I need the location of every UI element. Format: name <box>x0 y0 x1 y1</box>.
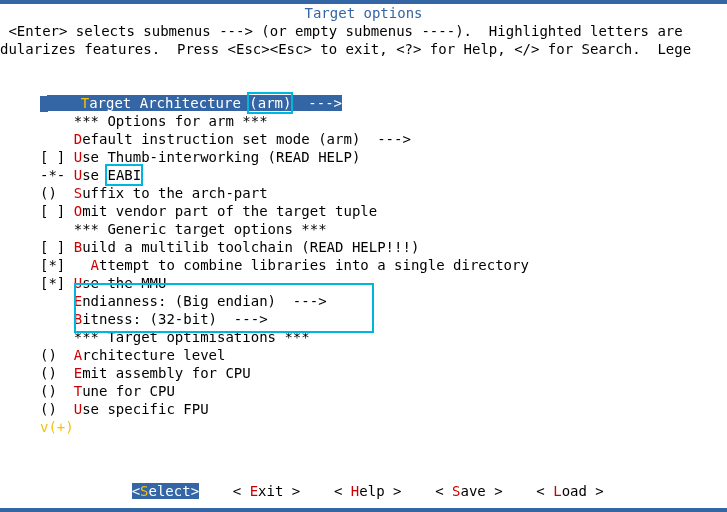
hotkey: T <box>74 383 82 399</box>
hotkey: U <box>74 149 82 165</box>
hotkey: U <box>74 401 82 417</box>
help-button[interactable]: < Help > <box>334 483 410 499</box>
hotkey: D <box>74 131 82 147</box>
item-content: Target Architecture (arm) ---> <box>47 95 342 111</box>
item-prefix: [ ] <box>40 149 74 165</box>
menu-item[interactable]: () Use specific FPU <box>40 400 727 418</box>
item-content: Attempt to combine libraries into a sing… <box>91 257 529 273</box>
item-prefix <box>40 311 74 327</box>
save-button[interactable]: < Save > <box>435 483 511 499</box>
item-prefix <box>40 221 74 237</box>
item-text: mit assembly for CPU <box>82 365 251 381</box>
item-text: efault instruction set mode (arm) ---> <box>82 131 411 147</box>
menu-item[interactable]: *** Generic target options *** <box>40 220 727 238</box>
menu-item[interactable]: Default instruction set mode (arm) ---> <box>40 130 727 148</box>
more-indicator: v(+) <box>0 418 727 436</box>
exit-button[interactable]: < Exit > <box>233 483 309 499</box>
item-content: Use specific FPU <box>74 401 209 417</box>
item-prefix <box>40 113 74 129</box>
menu-item[interactable]: [*] Attempt to combine libraries into a … <box>40 256 727 274</box>
menu-item[interactable]: [ ] Omit vendor part of the target tuple <box>40 202 727 220</box>
item-prefix: () <box>40 365 74 381</box>
item-text: *** Target optimisations *** <box>74 329 310 345</box>
item-prefix: [ ] <box>40 203 74 219</box>
item-content: Architecture level <box>74 347 226 363</box>
menu-item[interactable]: -*- Use EABI <box>40 166 727 184</box>
help-line-1: <Enter> selects submenus ---> (or empty … <box>0 22 727 40</box>
menu-item[interactable]: *** Target optimisations *** <box>40 328 727 346</box>
menu-item[interactable]: [ ] Build a multilib toolchain (READ HEL… <box>40 238 727 256</box>
item-prefix: [*] <box>40 275 74 291</box>
item-prefix: [*] <box>40 257 91 273</box>
item-text: se specific FPU <box>82 401 208 417</box>
hotkey: A <box>74 347 82 363</box>
item-text: itness: (32-bit) ---> <box>82 311 267 327</box>
menu-item[interactable]: () Emit assembly for CPU <box>40 364 727 382</box>
select-button[interactable]: <Select> <box>132 483 199 499</box>
item-text: se <box>82 167 107 183</box>
item-content: Endianness: (Big endian) ---> <box>74 293 327 309</box>
item-text: se the MMU <box>82 275 166 291</box>
item-content: Suffix to the arch-part <box>74 185 268 201</box>
hotkey: U <box>74 275 82 291</box>
item-text: se Thumb-interworking (READ HELP) <box>82 149 360 165</box>
item-prefix: [ ] <box>40 239 74 255</box>
hotkey: S <box>74 185 82 201</box>
menu-item[interactable]: Bitness: (32-bit) ---> <box>40 310 727 328</box>
item-prefix <box>47 95 81 111</box>
item-content: *** Target optimisations *** <box>74 329 310 345</box>
item-text: uffix to the arch-part <box>82 185 267 201</box>
item-content: Use Thumb-interworking (READ HELP) <box>74 149 361 165</box>
item-content: Omit vendor part of the target tuple <box>74 203 377 219</box>
item-prefix <box>40 293 74 309</box>
bottom-bar <box>0 508 727 512</box>
help-line-2: dularizes features. Press <Esc><Esc> to … <box>0 40 727 58</box>
item-text: une for CPU <box>82 383 175 399</box>
item-text: rchitecture level <box>82 347 225 363</box>
hotkey: U <box>74 167 82 183</box>
item-content: Use the MMU <box>74 275 167 291</box>
page-title: Target options <box>0 4 727 22</box>
item-content: Default instruction set mode (arm) ---> <box>74 131 411 147</box>
item-value: (arm) <box>249 95 291 111</box>
hotkey: O <box>74 203 82 219</box>
hotkey: E <box>74 365 82 381</box>
hotkey: A <box>91 257 99 273</box>
item-value: EABI <box>107 167 141 183</box>
hotkey: B <box>74 239 82 255</box>
highlight-box: EABI <box>105 164 143 186</box>
menu-item[interactable]: () Suffix to the arch-part <box>40 184 727 202</box>
item-text: *** Generic target options *** <box>74 221 327 237</box>
menu-item[interactable]: Endianness: (Big endian) ---> <box>40 292 727 310</box>
item-text: uild a multilib toolchain (READ HELP!!!) <box>82 239 419 255</box>
item-text: ttempt to combine libraries into a singl… <box>99 257 529 273</box>
item-text: *** Options for arm *** <box>74 113 268 129</box>
item-prefix: -*- <box>40 167 74 183</box>
load-button[interactable]: < Load > <box>536 483 612 499</box>
item-prefix: () <box>40 383 74 399</box>
hotkey: B <box>74 311 82 327</box>
item-text: arget Architecture <box>89 95 249 111</box>
item-content: Emit assembly for CPU <box>74 365 251 381</box>
item-text: ndianness: (Big endian) ---> <box>82 293 326 309</box>
menu-item[interactable]: [*] Use the MMU <box>40 274 727 292</box>
item-content: *** Options for arm *** <box>74 113 268 129</box>
item-content: Tune for CPU <box>74 383 175 399</box>
hotkey: E <box>74 293 82 309</box>
item-text: mit vendor part of the target tuple <box>82 203 377 219</box>
menu-item[interactable]: () Tune for CPU <box>40 382 727 400</box>
item-content: *** Generic target options *** <box>74 221 327 237</box>
item-prefix: () <box>40 347 74 363</box>
highlight-box: (arm) <box>247 92 293 114</box>
menu-item[interactable]: () Architecture level <box>40 346 727 364</box>
menu-item[interactable]: Target Architecture (arm) ---> <box>40 94 727 112</box>
item-content: Bitness: (32-bit) ---> <box>74 311 268 327</box>
item-prefix: () <box>40 185 74 201</box>
item-content: Use EABI <box>74 167 141 183</box>
menu-item[interactable]: *** Options for arm *** <box>40 112 727 130</box>
submenu-arrow-icon: ---> <box>291 95 342 111</box>
menu-list: Target Architecture (arm) ---> *** Optio… <box>0 58 727 418</box>
item-prefix: () <box>40 401 74 417</box>
hotkey: T <box>81 95 89 111</box>
item-prefix <box>40 329 74 345</box>
